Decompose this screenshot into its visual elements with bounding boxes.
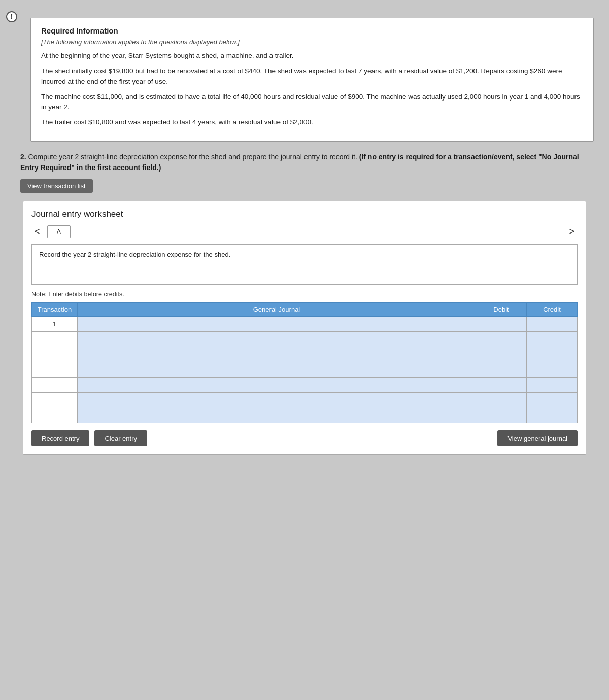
table-row bbox=[32, 362, 578, 377]
cell-transaction-5 bbox=[32, 377, 78, 392]
input-general-journal-4[interactable] bbox=[81, 363, 472, 376]
input-debit-4[interactable] bbox=[479, 363, 523, 376]
cell-credit-6[interactable] bbox=[527, 392, 578, 408]
input-debit-2[interactable] bbox=[479, 333, 523, 346]
input-debit-5[interactable] bbox=[479, 379, 523, 391]
cell-credit-7[interactable] bbox=[527, 408, 578, 423]
cell-credit-5[interactable] bbox=[527, 377, 578, 392]
cell-debit-3[interactable] bbox=[476, 347, 527, 362]
input-general-journal-7[interactable] bbox=[81, 409, 472, 422]
table-row bbox=[32, 331, 578, 347]
cell-debit-5[interactable] bbox=[476, 377, 527, 392]
col-header-transaction: Transaction bbox=[32, 302, 78, 316]
input-general-journal-3[interactable] bbox=[81, 348, 472, 361]
tab-a[interactable]: A bbox=[47, 225, 71, 238]
input-debit-3[interactable] bbox=[479, 348, 523, 361]
journal-worksheet-title: Journal entry worksheet bbox=[31, 209, 578, 219]
clear-entry-button[interactable]: Clear entry bbox=[94, 430, 147, 446]
cell-transaction-7 bbox=[32, 408, 78, 423]
instruction-box: Record the year 2 straight-line deprecia… bbox=[31, 244, 578, 285]
required-info-text-2: The shed initially cost $19,800 but had … bbox=[41, 66, 583, 87]
cell-debit-6[interactable] bbox=[476, 392, 527, 408]
nav-right-arrow[interactable]: > bbox=[566, 225, 578, 238]
nav-row: < A > bbox=[31, 225, 578, 238]
buttons-row: Record entry Clear entry View general jo… bbox=[31, 430, 578, 446]
question-text: 2. Compute year 2 straight-line deprecia… bbox=[20, 152, 589, 173]
input-general-journal-6[interactable] bbox=[81, 394, 472, 407]
table-row: 1 bbox=[32, 316, 578, 331]
question-section: 2. Compute year 2 straight-line deprecia… bbox=[15, 152, 594, 455]
cell-credit-2[interactable] bbox=[527, 331, 578, 347]
page-container: ! Required Information [The following in… bbox=[10, 10, 599, 468]
col-header-credit: Credit bbox=[527, 302, 578, 316]
input-general-journal-2[interactable] bbox=[81, 333, 472, 346]
required-info-text-1: At the beginning of the year, Starr Syst… bbox=[41, 51, 583, 61]
required-info-text-3: The machine cost $11,000, and is estimat… bbox=[41, 92, 583, 113]
table-row bbox=[32, 347, 578, 362]
cell-credit-1[interactable] bbox=[527, 316, 578, 331]
cell-general-journal-1[interactable] bbox=[78, 316, 476, 331]
instruction-text: Record the year 2 straight-line deprecia… bbox=[39, 251, 570, 258]
view-general-journal-button[interactable]: View general journal bbox=[497, 430, 578, 446]
input-credit-4[interactable] bbox=[530, 363, 574, 376]
cell-general-journal-3[interactable] bbox=[78, 347, 476, 362]
input-credit-1[interactable] bbox=[530, 318, 574, 330]
input-credit-7[interactable] bbox=[530, 409, 574, 422]
cell-general-journal-4[interactable] bbox=[78, 362, 476, 377]
input-general-journal-1[interactable] bbox=[81, 318, 472, 330]
cell-debit-7[interactable] bbox=[476, 408, 527, 423]
cell-transaction-6 bbox=[32, 392, 78, 408]
required-info-text-4: The trailer cost $10,800 and was expecte… bbox=[41, 117, 583, 127]
alert-icon: ! bbox=[6, 11, 17, 22]
cell-general-journal-2[interactable] bbox=[78, 331, 476, 347]
table-row bbox=[32, 392, 578, 408]
table-row bbox=[32, 377, 578, 392]
record-entry-button[interactable]: Record entry bbox=[31, 430, 89, 446]
cell-general-journal-6[interactable] bbox=[78, 392, 476, 408]
col-header-general-journal: General Journal bbox=[78, 302, 476, 316]
cell-general-journal-5[interactable] bbox=[78, 377, 476, 392]
required-info-title: Required Information bbox=[41, 26, 583, 35]
input-credit-3[interactable] bbox=[530, 348, 574, 361]
journal-table: Transaction General Journal Debit Credit bbox=[31, 302, 578, 423]
question-number: 2. bbox=[20, 153, 26, 161]
required-info-box: Required Information [The following info… bbox=[30, 18, 594, 142]
input-credit-6[interactable] bbox=[530, 394, 574, 407]
cell-credit-4[interactable] bbox=[527, 362, 578, 377]
cell-debit-2[interactable] bbox=[476, 331, 527, 347]
cell-transaction-4 bbox=[32, 362, 78, 377]
nav-left-arrow[interactable]: < bbox=[31, 225, 43, 238]
cell-transaction-1: 1 bbox=[32, 316, 78, 331]
input-debit-6[interactable] bbox=[479, 394, 523, 407]
view-transaction-button[interactable]: View transaction list bbox=[20, 179, 93, 193]
journal-worksheet-container: Journal entry worksheet < A > Record the… bbox=[23, 201, 586, 455]
cell-transaction-2 bbox=[32, 331, 78, 347]
table-row bbox=[32, 408, 578, 423]
note-text: Note: Enter debits before credits. bbox=[31, 291, 578, 298]
cell-debit-4[interactable] bbox=[476, 362, 527, 377]
cell-general-journal-7[interactable] bbox=[78, 408, 476, 423]
input-credit-5[interactable] bbox=[530, 379, 574, 391]
input-debit-7[interactable] bbox=[479, 409, 523, 422]
cell-credit-3[interactable] bbox=[527, 347, 578, 362]
input-general-journal-5[interactable] bbox=[81, 379, 472, 391]
col-header-debit: Debit bbox=[476, 302, 527, 316]
required-info-subtitle: [The following information applies to th… bbox=[41, 38, 583, 46]
cell-debit-1[interactable] bbox=[476, 316, 527, 331]
input-debit-1[interactable] bbox=[479, 318, 523, 330]
cell-transaction-3 bbox=[32, 347, 78, 362]
input-credit-2[interactable] bbox=[530, 333, 574, 346]
question-body: Compute year 2 straight-line depreciatio… bbox=[28, 153, 359, 161]
